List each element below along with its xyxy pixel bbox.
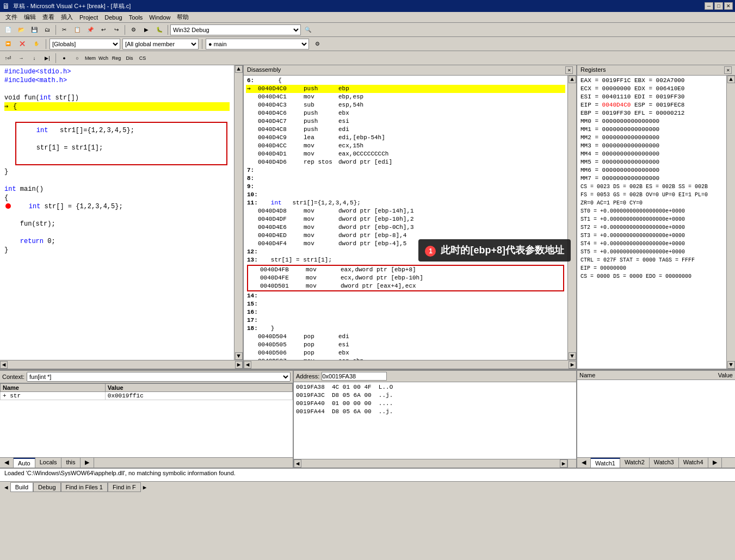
tab-nav-left[interactable]: ◀: [2, 484, 10, 491]
search-button[interactable]: 🔍: [302, 24, 314, 36]
table-row: + str 0x0019ff1c: [1, 392, 293, 400]
tab-find-in-files-2[interactable]: Find in F: [108, 482, 141, 492]
annotation-overlay: 1 此时的[ebp+8]代表参数地址: [418, 239, 571, 262]
disasm-line: 0040D507 mov esp,ebp: [246, 357, 565, 360]
new-button[interactable]: 📄: [2, 24, 14, 36]
config-select[interactable]: Win32 Debug: [170, 24, 301, 35]
tab-auto[interactable]: Auto: [14, 458, 35, 468]
watch-window[interactable]: Wch: [97, 52, 109, 64]
tb2-btn1[interactable]: ⏩: [2, 38, 14, 50]
step-in[interactable]: ↓: [28, 52, 40, 64]
maximize-button[interactable]: □: [714, 2, 723, 10]
disasm-line: 0040D4C1 mov ebp,esp: [246, 93, 565, 101]
code-line: [4, 85, 230, 94]
copy-button[interactable]: 📋: [71, 24, 83, 36]
memory-h-scrollbar[interactable]: ◀ ▶: [294, 459, 576, 468]
registers-content: EAX = 0019FF1C EBX = 002A7000 ECX = 0000…: [577, 76, 726, 369]
call-stack[interactable]: CS: [137, 52, 149, 64]
disasm-v-scrollbar[interactable]: ▲ ▼: [567, 76, 576, 360]
minimize-button[interactable]: ─: [705, 2, 713, 10]
bottom-panels: Context: fun[int *] Name Value + str 0x0…: [0, 370, 735, 468]
tab-watch4[interactable]: Watch4: [679, 458, 708, 468]
tab-watch3[interactable]: Watch3: [650, 458, 679, 468]
save-button[interactable]: 💾: [28, 24, 40, 36]
breakpoint2[interactable]: ○: [71, 52, 83, 64]
left-scrollbar[interactable]: ▲ ▼: [234, 65, 243, 360]
member-select[interactable]: [All global member: [122, 39, 199, 49]
disasm-line: 0040D505 pop esi: [246, 341, 565, 349]
mem-window[interactable]: Mem: [84, 52, 96, 64]
bottom-left-panel: Context: fun[int *] Name Value + str 0x0…: [0, 371, 294, 468]
code-line: #include<math.h>: [4, 76, 230, 85]
redo-button[interactable]: ↪: [110, 24, 122, 36]
open-button[interactable]: 📂: [15, 24, 27, 36]
tab-this[interactable]: this: [61, 458, 80, 468]
disasm-close[interactable]: ✕: [565, 66, 573, 74]
menu-edit[interactable]: 编辑: [21, 12, 39, 22]
menu-help[interactable]: 帮助: [174, 12, 192, 22]
close-button[interactable]: ✕: [724, 2, 733, 10]
function-select[interactable]: ● main: [206, 39, 309, 49]
tab-nav-right[interactable]: ▶: [141, 484, 149, 491]
menu-view[interactable]: 查看: [39, 12, 58, 22]
tb2-settings[interactable]: ⚙: [311, 38, 323, 50]
step-out[interactable]: ↑⏎: [2, 52, 14, 64]
disasm-window[interactable]: Dis: [123, 52, 135, 64]
watch-value-col: Value: [718, 372, 733, 378]
globals-select[interactable]: [Globals]: [50, 39, 120, 49]
disasm-content[interactable]: 6: { ⇒ 0040D4C0 push ebp 0040D4C1 mov eb…: [244, 76, 567, 360]
menu-debug[interactable]: Debug: [101, 13, 125, 22]
registers-v-scrollbar[interactable]: ▲ ▼: [726, 76, 735, 369]
sep3: [168, 25, 168, 35]
tab-debug[interactable]: Debug: [33, 482, 60, 492]
tab-watch-right[interactable]: ▶: [708, 458, 722, 468]
tab-left-arrow[interactable]: ◀: [0, 458, 14, 468]
reg-line: ST2 = +0.00000000000000000e+0000: [580, 223, 723, 232]
reg-line: EBP = 0019FF30 EFL = 00000212: [580, 109, 723, 117]
debug-button[interactable]: 🐛: [153, 24, 165, 36]
run-to-cursor[interactable]: ▶|: [41, 52, 53, 64]
sep1: [55, 25, 56, 35]
code-line: }: [4, 167, 230, 176]
tab-build[interactable]: Build: [10, 482, 33, 492]
code-editor[interactable]: #include<stdio.h> #include<math.h> void …: [0, 65, 234, 360]
menu-project[interactable]: Project: [76, 13, 101, 22]
tb2-btn3[interactable]: ✋: [30, 38, 42, 50]
left-h-scrollbar[interactable]: ◀ ▶: [0, 360, 243, 369]
code-line: [4, 228, 230, 237]
memory-content[interactable]: 0019FA38 4C 01 00 4F L..O 0019FA3C D8 05…: [294, 382, 576, 459]
tb2-btn2[interactable]: ❌: [16, 38, 28, 50]
menu-tools[interactable]: Tools: [126, 13, 146, 22]
tab-find-in-files-1[interactable]: Find in Files 1: [61, 482, 108, 492]
disasm-h-scrollbar[interactable]: ◀ ▶: [244, 360, 576, 369]
menu-insert[interactable]: 插入: [58, 12, 76, 22]
address-input[interactable]: [322, 372, 387, 381]
undo-button[interactable]: ↩: [97, 24, 109, 36]
context-select[interactable]: fun[int *]: [27, 372, 291, 382]
run-button[interactable]: ▶: [140, 24, 152, 36]
save-all-button[interactable]: 🗂: [41, 24, 53, 36]
reg-line-eip: EIP = 0040D4C0 ESP = 0019FEC8: [580, 101, 723, 109]
breakpoint1[interactable]: ●: [58, 52, 70, 64]
disasm-line: 11: int str1[]={1,2,3,4,5};: [246, 199, 565, 207]
paste-button[interactable]: 📌: [84, 24, 96, 36]
code-line: int main(): [4, 185, 230, 194]
step-over[interactable]: →: [15, 52, 27, 64]
reg-line: ECX = 00000000 EDX = 006410E0: [580, 85, 723, 93]
tab-watch2[interactable]: Watch2: [620, 458, 650, 468]
code-line: [21, 152, 222, 161]
tab-watch-left[interactable]: ◀: [577, 458, 591, 468]
cut-button[interactable]: ✂: [58, 24, 70, 36]
register-window[interactable]: Reg: [110, 52, 122, 64]
reg-line: MM0 = 0000000000000000: [580, 117, 723, 126]
tab-watch1[interactable]: Watch1: [591, 458, 620, 468]
disasm-line: 0040D4FB mov eax,dword ptr [ebp+8]: [248, 266, 563, 274]
reg-line: FS = 0053 GS = 002B OV=0 UP=0 EI=1 PL=0: [580, 191, 723, 199]
build-button[interactable]: ⚙: [127, 24, 139, 36]
registers-close[interactable]: ✕: [724, 66, 732, 74]
watch-content[interactable]: [577, 380, 735, 457]
tab-locals[interactable]: Locals: [35, 458, 62, 468]
tab-right-arrow[interactable]: ▶: [81, 458, 94, 468]
menu-file[interactable]: 文件: [2, 12, 21, 22]
menu-window[interactable]: Window: [146, 13, 174, 22]
